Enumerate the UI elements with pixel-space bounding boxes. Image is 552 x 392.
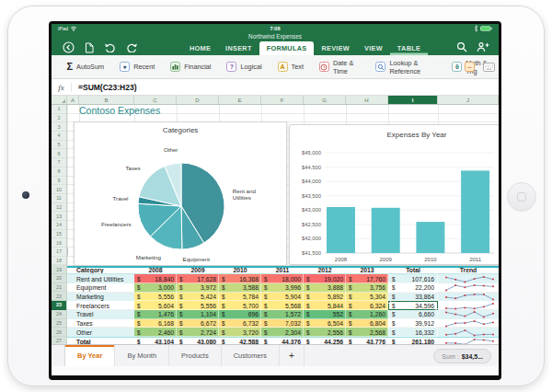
table-row-equipment[interactable]: Equipment$3,000$3,972$3,588$3,996$3,888$… xyxy=(67,283,499,293)
table-row-taxes[interactable]: Taxes$6,168$6,672$6,732$7,032$6,504$6,80… xyxy=(67,319,499,329)
value-cell[interactable]: $5,304 xyxy=(346,293,388,302)
total-trend-cell[interactable] xyxy=(438,338,499,344)
grand-total-cell[interactable]: $261,180 xyxy=(388,338,438,344)
back-button[interactable] xyxy=(63,41,75,53)
row-header-19[interactable]: 19 xyxy=(52,265,66,274)
value-cell[interactable]: $5,700 xyxy=(219,301,261,310)
category-cell[interactable]: Rent and Utilities xyxy=(67,274,134,283)
add-sheet-button[interactable]: + xyxy=(280,345,305,366)
bar-2008[interactable] xyxy=(327,207,355,253)
value-cell[interactable]: $3,720 xyxy=(219,328,261,337)
ribbon-button-financial[interactable]: Financial xyxy=(163,55,219,78)
bar-2010[interactable] xyxy=(416,222,444,253)
value-cell[interactable]: $3,888 xyxy=(304,283,346,293)
row-header-25[interactable]: 25 xyxy=(52,319,66,329)
row-headers[interactable]: 1234567891011121314151617181920212223242… xyxy=(52,105,67,344)
total-cell[interactable]: $22,200 xyxy=(388,283,438,293)
total-row-value[interactable]: $43,776 xyxy=(346,338,388,344)
value-cell[interactable]: $5,784 xyxy=(219,293,261,302)
spreadsheet-grid[interactable]: Contoso Expenses Categories Rent andUtil… xyxy=(52,105,499,344)
trend-cell[interactable] xyxy=(438,283,499,293)
collapse-ribbon-icon[interactable]: – xyxy=(465,62,475,72)
column-header-d[interactable]: D xyxy=(177,96,219,104)
value-cell[interactable]: $16,368 xyxy=(219,274,261,283)
total-row-value[interactable]: $42,588 xyxy=(219,338,261,344)
table-row-other[interactable]: Other$2,460$2,724$3,720$2,304$2,556$2,56… xyxy=(67,328,499,337)
value-cell[interactable]: $6,168 xyxy=(134,319,177,329)
column-header-f[interactable]: F xyxy=(261,96,304,104)
value-cell[interactable]: $1,260 xyxy=(346,310,388,319)
select-all-corner[interactable] xyxy=(52,96,67,104)
value-cell[interactable]: $5,556 xyxy=(134,293,177,302)
table-row-marketing[interactable]: Marketing$5,556$5,424$5,784$5,904$5,892$… xyxy=(67,293,499,302)
row-header-12[interactable]: 12 xyxy=(52,203,66,213)
redo-icon[interactable] xyxy=(126,42,138,52)
row-header-24[interactable]: 24 xyxy=(52,310,66,319)
undo-icon[interactable] xyxy=(104,42,116,52)
row-header-8[interactable]: 8 xyxy=(52,167,66,177)
row-header-6[interactable]: 6 xyxy=(52,149,66,158)
value-cell[interactable]: $6,672 xyxy=(177,319,219,329)
table-row-freelancers[interactable]: Freelancers$5,604$5,556$5,700$5,568$5,84… xyxy=(67,301,499,310)
home-button[interactable] xyxy=(507,182,536,212)
ribbon-button-lookup-reference[interactable]: Lookup & Reference xyxy=(368,55,444,78)
ribbon-tab-formulas[interactable]: FORMULAS xyxy=(259,41,315,55)
table-header-year[interactable]: 2012 xyxy=(304,268,346,274)
ribbon-tab-insert[interactable]: INSERT xyxy=(218,41,259,55)
total-row-value[interactable]: $43,104 xyxy=(134,338,177,344)
total-row-label[interactable]: Total xyxy=(67,338,134,344)
row-header-17[interactable]: 17 xyxy=(52,248,66,257)
trend-cell[interactable] xyxy=(438,301,499,310)
row-header-13[interactable]: 13 xyxy=(52,212,66,221)
row-header-1[interactable]: 1 xyxy=(52,105,66,114)
value-cell[interactable]: $19,020 xyxy=(304,274,346,283)
value-cell[interactable]: $5,904 xyxy=(261,293,304,302)
value-cell[interactable]: $6,804 xyxy=(346,319,388,329)
value-cell[interactable]: $3,972 xyxy=(177,283,219,293)
value-cell[interactable]: $3,000 xyxy=(134,283,177,293)
value-cell[interactable]: $5,568 xyxy=(261,301,304,310)
bar-2011[interactable] xyxy=(461,170,489,253)
value-cell[interactable]: $2,460 xyxy=(134,328,177,337)
pie-chart-card[interactable]: Categories Rent andUtilitiesEquipmentMar… xyxy=(74,121,287,266)
row-header-14[interactable]: 14 xyxy=(52,221,66,230)
row-header-2[interactable]: 2 xyxy=(52,114,66,123)
value-cell[interactable]: $1,104 xyxy=(177,310,219,319)
table-header-year[interactable]: 2013 xyxy=(346,268,388,274)
column-header-a[interactable]: A xyxy=(67,96,79,104)
value-cell[interactable]: $696 xyxy=(219,310,261,319)
total-cell[interactable]: $6,660 xyxy=(388,310,438,319)
selection-handle[interactable] xyxy=(435,308,438,311)
trend-cell[interactable] xyxy=(438,328,499,337)
table-header-year[interactable]: 2011 xyxy=(261,268,304,274)
table-row-rent-and-utilities[interactable]: Rent and Utilities$18,840$17,628$16,368$… xyxy=(67,274,499,283)
category-cell[interactable]: Taxes xyxy=(67,319,134,329)
category-cell[interactable]: Other xyxy=(67,328,134,337)
trend-cell[interactable] xyxy=(438,293,499,302)
new-document-icon[interactable] xyxy=(85,42,94,53)
category-cell[interactable]: Freelancers xyxy=(67,301,134,310)
ribbon-button-text[interactable]: AText xyxy=(270,55,311,78)
sheet-tab-by-month[interactable]: By Month xyxy=(115,345,169,366)
value-cell[interactable]: $18,840 xyxy=(134,274,177,283)
ribbon-button-autosum[interactable]: ΣAutoSum xyxy=(59,55,112,78)
column-header-g[interactable]: G xyxy=(304,96,346,104)
value-cell[interactable]: $7,032 xyxy=(261,319,304,329)
sheet-tab-customers[interactable]: Customers xyxy=(222,345,280,366)
table-header-year[interactable]: 2008 xyxy=(134,268,177,274)
total-cell[interactable]: $33,864 xyxy=(388,293,438,302)
table-row-travel[interactable]: Travel$1,476$1,104$696$1,572$552$1,260$6… xyxy=(67,310,499,319)
ribbon-tab-view[interactable]: VIEW xyxy=(357,41,390,55)
ribbon-tab-table[interactable]: TABLE xyxy=(390,41,428,55)
total-row-value[interactable]: $44,376 xyxy=(261,338,304,344)
sheet-tab-by-year[interactable]: By Year xyxy=(64,345,115,366)
expenses-table[interactable]: Category200820092010201120122013Total Tr… xyxy=(67,266,499,344)
sheet-tab-products[interactable]: Products xyxy=(169,345,222,366)
total-row-value[interactable]: $44,256 xyxy=(304,338,346,344)
total-cell[interactable]: $16,332 xyxy=(388,328,438,337)
ribbon-button-logical[interactable]: ?Logical xyxy=(219,55,270,78)
selection-handle[interactable] xyxy=(388,301,391,304)
ribbon-tab-home[interactable]: HOME xyxy=(182,41,218,55)
value-cell[interactable]: $3,756 xyxy=(346,283,388,293)
value-cell[interactable]: $5,892 xyxy=(304,293,346,302)
